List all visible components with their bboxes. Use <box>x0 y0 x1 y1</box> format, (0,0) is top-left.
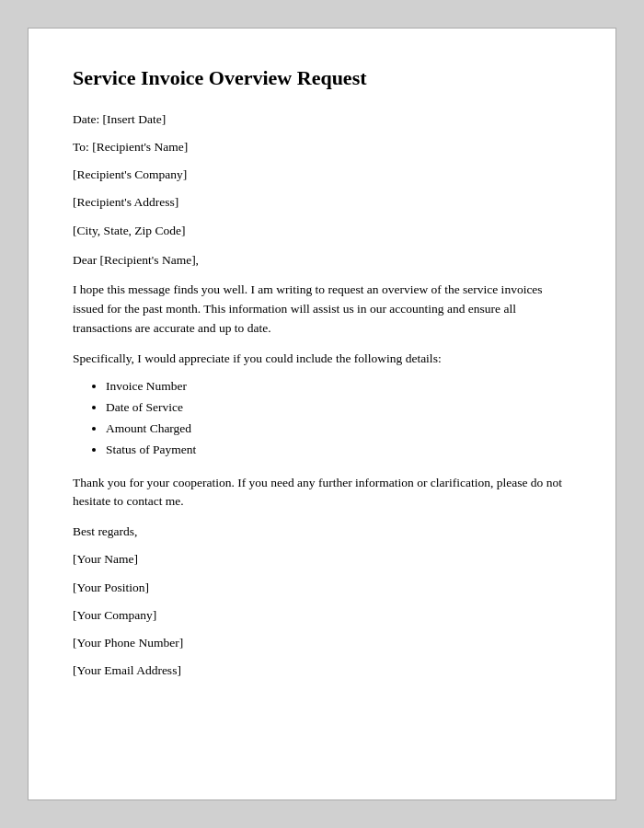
closing-paragraph: Thank you for your cooperation. If you n… <box>73 474 571 512</box>
your-email: [Your Email Address] <box>73 661 571 680</box>
date-line: Date: [Insert Date] <box>73 110 571 129</box>
list-item: Date of Service <box>106 397 571 419</box>
to-line: To: [Recipient's Name] <box>73 138 571 156</box>
document-title: Service Invoice Overview Request <box>73 65 571 92</box>
list-item: Status of Payment <box>106 440 571 461</box>
address-line: [Recipient's Address] <box>73 193 571 212</box>
city-line: [City, State, Zip Code] <box>73 222 571 240</box>
list-item: Invoice Number <box>106 376 571 397</box>
best-regards: Best regards, <box>73 524 571 539</box>
your-phone: [Your Phone Number] <box>73 634 571 652</box>
details-list: Invoice Number Date of Service Amount Ch… <box>106 376 571 461</box>
your-company: [Your Company] <box>73 606 571 625</box>
salutation: Dear [Recipient's Name], <box>73 251 571 270</box>
your-position: [Your Position] <box>73 579 571 597</box>
company-line: [Recipient's Company] <box>73 166 571 184</box>
your-name: [Your Name] <box>73 550 571 569</box>
list-item: Amount Charged <box>106 419 571 440</box>
document-page: Service Invoice Overview Request Date: [… <box>28 28 616 800</box>
list-intro: Specifically, I would appreciate if you … <box>73 350 571 369</box>
body-paragraph-1: I hope this message finds you well. I am… <box>73 281 571 339</box>
